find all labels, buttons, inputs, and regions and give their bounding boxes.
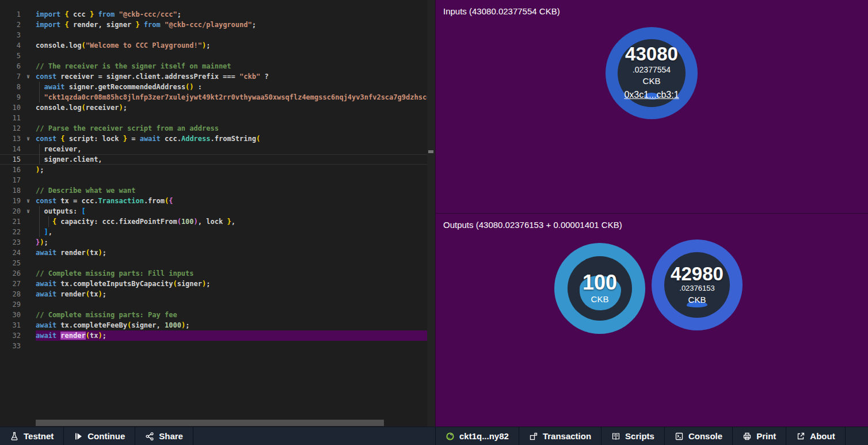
- fold-gutter: [21, 92, 36, 102]
- about-button[interactable]: About: [786, 427, 845, 445]
- code-line[interactable]: 3: [0, 30, 435, 40]
- printer-icon: [743, 432, 752, 441]
- code-text[interactable]: [36, 258, 435, 268]
- code-text[interactable]: // The receiver is the signer itself on …: [36, 61, 435, 71]
- code-line[interactable]: 6// The receiver is the signer itself on…: [0, 61, 435, 71]
- code-text[interactable]: import { render, signer } from "@ckb-ccc…: [36, 20, 435, 30]
- code-text[interactable]: ],: [36, 227, 435, 237]
- code-line[interactable]: 1import { ccc } from "@ckb-ccc/ccc";: [0, 9, 435, 20]
- code-line[interactable]: 14 receiver,: [0, 144, 435, 154]
- code-text[interactable]: );: [36, 165, 435, 175]
- testnet-button[interactable]: Testnet: [0, 427, 64, 445]
- outpoint-link[interactable]: 0x3c1...cb3:1: [624, 88, 679, 102]
- code-line[interactable]: 22 ],: [0, 227, 435, 237]
- code-text[interactable]: const tx = ccc.Transaction.from({: [36, 196, 435, 206]
- code-text[interactable]: outputs: [: [36, 206, 435, 216]
- line-number: 16: [0, 165, 21, 175]
- code-text[interactable]: receiver,: [36, 144, 435, 154]
- fold-chevron-icon[interactable]: ∨: [21, 71, 36, 82]
- fold-chevron-icon[interactable]: ∨: [21, 134, 36, 144]
- fold-gutter: [21, 20, 36, 30]
- code-text[interactable]: const { script: lock } = await ccc.Addre…: [36, 134, 435, 144]
- print-button[interactable]: Print: [733, 427, 786, 445]
- code-line[interactable]: 16);: [0, 165, 435, 175]
- code-line[interactable]: 4console.log("Welcome to CCC Playground!…: [0, 40, 435, 51]
- code-line[interactable]: 32await render(tx);: [0, 330, 435, 341]
- code-text[interactable]: // Complete missing parts: Pay fee: [36, 310, 435, 320]
- code-text[interactable]: await render(tx);: [36, 248, 435, 258]
- fold-chevron-icon[interactable]: ∨: [21, 196, 36, 206]
- transaction-button[interactable]: Transaction: [519, 427, 601, 445]
- cell-amount: 100: [583, 272, 617, 294]
- code-line[interactable]: 23});: [0, 237, 435, 248]
- line-number: 12: [0, 123, 21, 134]
- code-line[interactable]: 10console.log(receiver);: [0, 102, 435, 113]
- code-line[interactable]: 18// Describe what we want: [0, 185, 435, 196]
- code-line[interactable]: 28await render(tx);: [0, 289, 435, 299]
- code-line[interactable]: 12// Parse the receiver script from an a…: [0, 123, 435, 134]
- code-text[interactable]: [36, 175, 435, 185]
- wallet-address-button[interactable]: ckt1q...ny82: [436, 427, 519, 445]
- code-text[interactable]: await render(tx);: [36, 289, 435, 299]
- code-editor[interactable]: 1import { ccc } from "@ckb-ccc/ccc";2imp…: [0, 0, 435, 427]
- code-text[interactable]: // Complete missing parts: Fill inputs: [36, 268, 435, 279]
- code-text[interactable]: { capacity: ccc.fixedPointFrom(100), loc…: [36, 216, 435, 227]
- indent-guide: [39, 206, 40, 216]
- code-text[interactable]: await tx.completeFeeBy(signer, 1000);: [36, 320, 435, 330]
- code-line[interactable]: 11: [0, 113, 435, 123]
- code-line[interactable]: 24await render(tx);: [0, 248, 435, 258]
- code-text[interactable]: // Describe what we want: [36, 185, 435, 196]
- code-text[interactable]: [36, 299, 435, 310]
- code-line[interactable]: 33: [0, 341, 435, 351]
- code-line[interactable]: 9 "ckt1qzda0cr08m85hc8jlnfp3zer7xulejywt…: [0, 92, 435, 102]
- code-line[interactable]: 5: [0, 51, 435, 61]
- code-line[interactable]: 13∨const { script: lock } = await ccc.Ad…: [0, 134, 435, 144]
- code-line[interactable]: 19∨const tx = ccc.Transaction.from({: [0, 196, 435, 206]
- code-line[interactable]: 2import { render, signer } from "@ckb-cc…: [0, 20, 435, 30]
- code-text[interactable]: [36, 341, 435, 351]
- code-text[interactable]: await render(tx);: [36, 330, 435, 341]
- code-text[interactable]: "ckt1qzda0cr08m85hc8jlnfp3zer7xulejywt49…: [36, 92, 435, 102]
- code-line[interactable]: 15 signer.client,: [0, 154, 435, 165]
- code-text[interactable]: import { ccc } from "@ckb-ccc/ccc";: [36, 9, 435, 20]
- fold-chevron-icon[interactable]: ∨: [21, 206, 36, 216]
- transaction-structure-icon: [529, 432, 538, 441]
- code-line[interactable]: 8 await signer.getRecommendedAddress() :: [0, 82, 435, 92]
- output-cell-circle[interactable]: 42980 .02376153 CKB: [652, 239, 743, 330]
- code-area[interactable]: 1import { ccc } from "@ckb-ccc/ccc";2imp…: [0, 9, 435, 351]
- code-text[interactable]: [36, 51, 435, 61]
- editor-horizontal-scrollbar[interactable]: [0, 420, 435, 426]
- output-cell-circle[interactable]: 100 CKB: [554, 243, 645, 334]
- scripts-button[interactable]: Scripts: [601, 427, 665, 445]
- code-line[interactable]: 27await tx.completeInputsByCapacity(sign…: [0, 279, 435, 289]
- code-text[interactable]: [36, 113, 435, 123]
- share-icon: [145, 432, 154, 441]
- code-line[interactable]: 7∨const receiver = signer.client.address…: [0, 71, 435, 82]
- code-line[interactable]: 21 { capacity: ccc.fixedPointFrom(100), …: [0, 216, 435, 227]
- code-line[interactable]: 26// Complete missing parts: Fill inputs: [0, 268, 435, 279]
- code-text[interactable]: });: [36, 237, 435, 248]
- code-line[interactable]: 30// Complete missing parts: Pay fee: [0, 310, 435, 320]
- code-line[interactable]: 25: [0, 258, 435, 268]
- code-text[interactable]: [36, 30, 435, 40]
- code-text[interactable]: console.log(receiver);: [36, 102, 435, 113]
- line-number: 27: [0, 279, 21, 289]
- line-number: 24: [0, 248, 21, 258]
- code-text[interactable]: await tx.completeInputsByCapacity(signer…: [36, 279, 435, 289]
- code-line[interactable]: 29: [0, 299, 435, 310]
- code-text[interactable]: // Parse the receiver script from an add…: [36, 123, 435, 134]
- editor-vertical-scrollbar[interactable]: [427, 0, 435, 427]
- code-text[interactable]: console.log("Welcome to CCC Playground!"…: [36, 40, 435, 51]
- code-line[interactable]: 20∨ outputs: [: [0, 206, 435, 216]
- fold-gutter: [21, 310, 36, 320]
- code-line[interactable]: 31await tx.completeFeeBy(signer, 1000);: [0, 320, 435, 330]
- console-button[interactable]: Console: [665, 427, 733, 445]
- code-text[interactable]: signer.client,: [36, 154, 435, 165]
- share-button[interactable]: Share: [135, 427, 193, 445]
- input-cell-circle[interactable]: 43080 .02377554 CKB 0x3c1...cb3:1: [606, 27, 698, 119]
- continue-button[interactable]: Continue: [64, 427, 135, 445]
- horizontal-scrollbar-thumb[interactable]: [36, 420, 384, 426]
- code-text[interactable]: const receiver = signer.client.addressPr…: [36, 71, 435, 82]
- code-line[interactable]: 17: [0, 175, 435, 185]
- code-text[interactable]: await signer.getRecommendedAddress() :: [36, 82, 435, 92]
